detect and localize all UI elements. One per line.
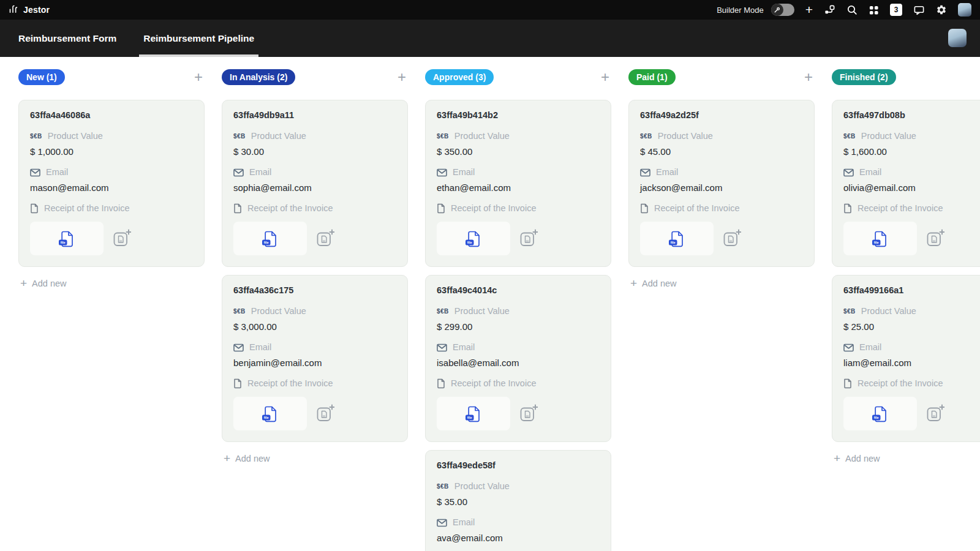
add-new-button[interactable]: + Add new [832,453,980,464]
add-file-button[interactable] [519,404,538,423]
add-file-button[interactable] [722,229,741,248]
product-value-field-label: $€B Product Value [843,306,980,317]
add-new-button[interactable]: + Add new [222,453,408,464]
email-label: Email [453,517,475,528]
tool-icon [774,7,780,13]
add-file-icon [519,404,538,423]
column-status-pill[interactable]: Approved (3) [425,69,494,85]
svg-text:file: file [671,241,676,244]
page-tabs-bar: Reimbursement Form Reimbursement Pipelin… [0,20,980,57]
document-icon [640,203,649,214]
file-attachment[interactable]: file [233,222,307,255]
svg-text:file: file [874,241,879,244]
file-attachment[interactable]: file [640,222,714,255]
user-avatar[interactable] [948,29,967,47]
card-id: 63ffa49ede58f [437,460,600,471]
file-attachment[interactable]: file [437,222,510,255]
add-file-button[interactable] [519,229,538,248]
email-label: Email [249,167,271,178]
add-file-button[interactable] [315,404,334,423]
receipt-field-label: Receipt of the Invoice [843,203,980,214]
apps-grid-icon[interactable] [869,5,879,15]
product-value-label: Product Value [48,131,103,141]
receipt-label: Receipt of the Invoice [44,203,129,214]
record-card[interactable]: 63ffa49c4014c $€B Product Value $ 299.00… [425,275,611,442]
file-icon: file [464,230,483,248]
column-add-icon[interactable]: + [194,70,203,84]
email-label: Email [249,342,271,353]
currency-icon: $€B [437,481,449,492]
file-attachment[interactable]: file [843,222,917,255]
settings-gear-icon[interactable] [936,4,947,15]
add-file-button[interactable] [925,404,944,423]
email-value: ava@email.com [437,533,600,543]
file-attachment[interactable]: file [843,397,917,430]
tab-reimbursement-pipeline[interactable]: Reimbursement Pipeline [143,20,254,57]
chat-icon[interactable] [913,4,925,16]
kanban-column: Paid (1) + 63ffa49a2d25f $€B Product Val… [628,69,815,289]
document-icon [233,203,242,214]
email-value: benjamin@email.com [233,358,396,368]
email-value: isabella@email.com [437,358,600,368]
product-value-label: Product Value [251,131,306,141]
record-card[interactable]: 63ffa497db08b $€B Product Value $ 1,600.… [832,100,980,267]
record-card[interactable]: 63ffa49ede58f $€B Product Value $ 35.00 … [425,450,611,551]
column-add-icon[interactable]: + [601,70,609,84]
column-cards: 63ffa49b414b2 $€B Product Value $ 350.00… [425,100,611,551]
svg-text:file: file [467,416,472,419]
record-card[interactable]: 63ffa49a2d25f $€B Product Value $ 45.00 … [628,100,815,267]
receipt-field-label: Receipt of the Invoice [640,203,803,214]
email-value: liam@email.com [843,358,980,368]
search-icon[interactable] [846,4,858,15]
file-attachment[interactable]: file [437,397,510,430]
kanban-column: Finished (2) + 63ffa497db08b $€B Product… [832,69,980,464]
column-header: Approved (3) + [425,69,611,86]
svg-text:file: file [467,241,472,244]
builder-mode-toggle[interactable] [771,4,794,16]
workflow-icon[interactable] [824,4,835,16]
column-cards: 63ffa497db08b $€B Product Value $ 1,600.… [832,100,980,442]
add-new-button[interactable]: + Add new [628,278,815,289]
receipt-label: Receipt of the Invoice [654,203,739,214]
add-icon[interactable]: + [805,3,813,16]
column-status-pill[interactable]: New (1) [18,69,65,85]
add-new-button[interactable]: + Add new [18,278,205,289]
column-add-icon[interactable]: + [804,70,813,84]
currency-icon: $€B [640,131,652,141]
add-file-button[interactable] [925,229,944,248]
notification-count-badge[interactable]: 3 [890,4,902,16]
file-attachment[interactable]: file [233,397,307,430]
svg-text:file: file [61,241,66,244]
top-app-bar: Jestor Builder Mode + [0,0,980,20]
product-value: $ 299.00 [437,321,600,332]
column-status-pill[interactable]: In Analysis (2) [222,69,295,85]
file-attachment[interactable]: file [30,222,104,255]
column-status-pill[interactable]: Finished (2) [832,69,896,85]
tab-reimbursement-form[interactable]: Reimbursement Form [18,20,116,57]
kanban-column: New (1) + 63ffa4a46086a $€B Product Valu… [18,69,205,289]
email-field-label: Email [843,342,980,353]
add-file-button[interactable] [112,229,131,248]
column-cards: 63ffa49a2d25f $€B Product Value $ 45.00 … [628,100,815,267]
product-value: $ 30.00 [233,146,396,157]
record-card[interactable]: 63ffa4a46086a $€B Product Value $ 1,000.… [18,100,205,267]
add-file-button[interactable] [315,229,334,248]
card-id: 63ffa49b414b2 [437,110,600,121]
product-value-field-label: $€B Product Value [843,131,980,141]
column-status-pill[interactable]: Paid (1) [628,69,676,85]
record-card[interactable]: 63ffa49b414b2 $€B Product Value $ 350.00… [425,100,611,267]
record-card[interactable]: 63ffa499166a1 $€B Product Value $ 25.00 … [832,275,980,442]
jestor-logo[interactable]: Jestor [9,5,50,15]
email-icon [437,343,447,352]
currency-icon: $€B [233,306,246,317]
product-value-label: Product Value [658,131,713,141]
user-avatar[interactable] [958,3,971,17]
file-icon: file [261,405,279,423]
record-card[interactable]: 63ffa4a36c175 $€B Product Value $ 3,000.… [222,275,408,442]
document-icon [437,378,445,389]
column-add-icon[interactable]: + [398,70,406,84]
record-card[interactable]: 63ffa49db9a11 $€B Product Value $ 30.00 … [222,100,408,267]
file-icon: file [58,230,76,248]
file-icon: file [464,405,483,423]
card-id: 63ffa49c4014c [437,285,600,296]
